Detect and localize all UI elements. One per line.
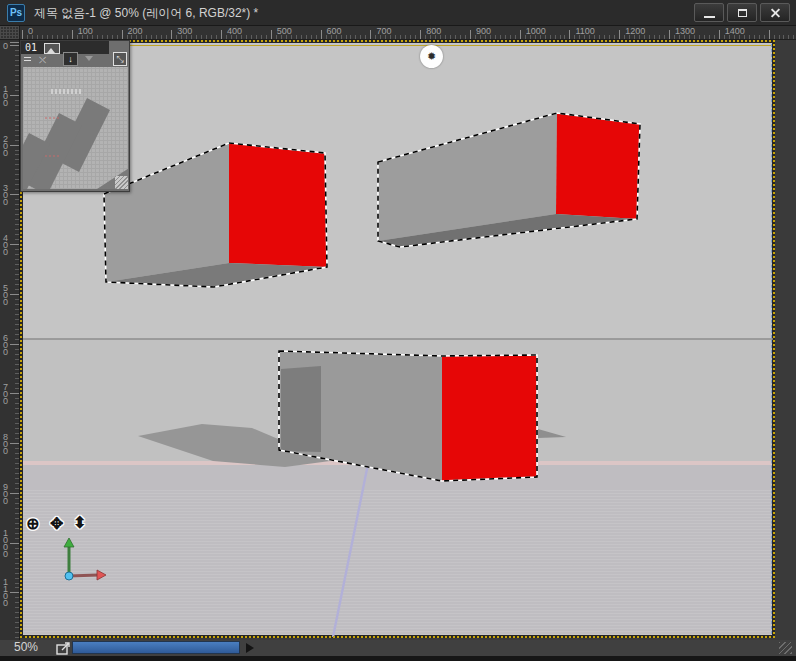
mini-view-label — [51, 89, 81, 94]
vruler-label: 9 0 0 — [3, 483, 8, 504]
vruler-label: 5 0 0 — [3, 284, 8, 305]
box-bottom-shadow-patch[interactable] — [281, 366, 321, 452]
status-options-arrow-icon[interactable] — [246, 643, 254, 653]
ground-plane-guide-line — [333, 464, 368, 637]
title-bar[interactable]: Ps 제목 없음-1 @ 50% (레이어 6, RGB/32*) * — [0, 0, 796, 26]
vruler-label: 6 0 0 — [3, 334, 8, 355]
download-view-icon[interactable]: ↓ — [63, 52, 78, 66]
hruler-label: 800 — [426, 26, 441, 36]
hruler-label: 200 — [128, 26, 143, 36]
box-top-right-end[interactable] — [556, 113, 640, 219]
hruler-label: 1100 — [575, 26, 594, 36]
panel-resize-grip[interactable] — [115, 176, 128, 189]
swap-main-view-icon[interactable]: ⤡ — [113, 52, 127, 66]
hruler-label: 900 — [476, 26, 491, 36]
vruler-label: 1 0 0 0 — [3, 530, 8, 558]
vruler-label: 0 — [3, 43, 8, 50]
vruler-label: 3 0 0 — [3, 185, 8, 206]
axis-origin-dot[interactable] — [65, 572, 73, 580]
orbit-camera-icon[interactable]: ⊕ — [26, 514, 39, 533]
document-canvas[interactable]: ✹ ⊕ ✥ ⬍ 01 ⤬ ↓ ⤡ — [20, 40, 775, 638]
window-bottom-edge — [0, 656, 796, 661]
close-button[interactable] — [760, 3, 790, 22]
hruler-label: 600 — [327, 26, 342, 36]
cast-shadow — [538, 429, 566, 438]
status-export-icon[interactable] — [56, 641, 72, 655]
hruler-label: 400 — [227, 26, 242, 36]
secondary-view-panel[interactable]: 01 ⤬ ↓ ⤡ — [20, 40, 130, 192]
vertical-ruler[interactable]: 01 0 02 0 03 0 04 0 05 0 06 0 07 0 08 0 … — [0, 40, 20, 640]
secondary-view-index: 01 — [25, 41, 37, 54]
hruler-label: 500 — [277, 26, 292, 36]
panel-menu-icon[interactable] — [24, 57, 31, 63]
axis-y-arrowhead — [64, 538, 74, 547]
axis-x-arrowhead — [97, 570, 106, 580]
horizontal-ruler[interactable]: 0100200300400500600700800900100011001200… — [20, 26, 796, 40]
maximize-icon — [738, 9, 747, 17]
view-dropdown-icon[interactable] — [85, 56, 93, 61]
box-top-left-end[interactable] — [229, 143, 327, 267]
canvas-3d-scene[interactable] — [20, 40, 775, 638]
vruler-label: 7 0 0 — [3, 384, 8, 405]
swap-axes-icon[interactable]: ⤬ — [39, 56, 46, 65]
photoshop-window: Ps 제목 없음-1 @ 50% (레이어 6, RGB/32*) * 0100… — [0, 0, 796, 661]
vruler-label: 8 0 0 — [3, 434, 8, 455]
hruler-label: 700 — [376, 26, 391, 36]
progress-bar — [72, 641, 240, 654]
photoshop-app-icon: Ps — [7, 4, 25, 22]
hruler-label: 1000 — [526, 26, 546, 36]
hruler-label: 100 — [78, 26, 93, 36]
infinite-light-icon[interactable]: ✹ — [420, 45, 443, 68]
hruler-label: 1200 — [625, 26, 645, 36]
image-thumbnail-icon[interactable] — [44, 43, 60, 54]
vruler-label: 1 0 0 — [3, 85, 8, 106]
window-resize-grip[interactable] — [779, 642, 792, 654]
minimize-icon — [704, 16, 715, 18]
dolly-camera-icon[interactable]: ⬍ — [73, 513, 86, 532]
vruler-label: 2 0 0 — [3, 135, 8, 156]
ruler-origin-box[interactable] — [0, 26, 20, 40]
pan-camera-icon[interactable]: ✥ — [50, 514, 63, 533]
minimize-button[interactable] — [694, 3, 724, 22]
hruler-label: 1400 — [725, 26, 745, 36]
maximize-button[interactable] — [727, 3, 757, 22]
vruler-label: 1 1 0 0 — [3, 579, 8, 607]
vruler-label: 4 0 0 — [3, 235, 8, 256]
hruler-label: 0 — [28, 26, 33, 36]
hruler-label: 1300 — [675, 26, 695, 36]
window-controls — [694, 3, 790, 22]
hruler-label: 300 — [177, 26, 192, 36]
secondary-view-viewport[interactable] — [23, 67, 128, 189]
box-bottom-end[interactable] — [442, 355, 537, 481]
document-title: 제목 없음-1 @ 50% (레이어 6, RGB/32*) * — [34, 5, 258, 22]
zoom-level-field[interactable]: 50% — [14, 640, 38, 654]
status-bar: 50% — [0, 640, 796, 656]
